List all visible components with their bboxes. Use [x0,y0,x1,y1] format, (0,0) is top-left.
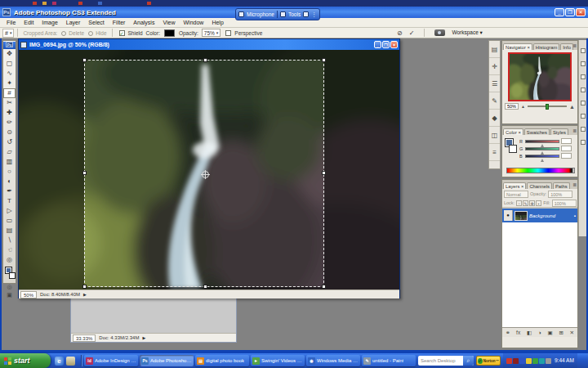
show-desktop-icon[interactable] [66,357,75,366]
tools-label[interactable]: Tools [288,11,301,17]
right-dock-icon-6[interactable] [581,114,586,119]
crop-handle-n[interactable] [203,58,207,62]
taskbar-button[interactable]: Id Adobe InDesign CS3 ... [84,355,138,366]
doc-zoom-field[interactable]: 50% [20,291,37,298]
right-dock-icon-4[interactable] [581,88,586,92]
shield-checkbox[interactable]: ✓ [119,30,125,36]
quick-mask-icon[interactable]: ◎ [3,283,16,291]
panel-tab[interactable]: Styles [550,128,568,135]
right-dock-icon-8[interactable] [581,140,586,145]
eraser-tool[interactable]: ▱ [3,147,16,157]
crop-handle-se[interactable] [322,285,326,289]
panel-tab[interactable]: Paths [553,182,570,189]
commit-crop-icon[interactable]: ✓ [409,29,415,37]
crop-handle-ne[interactable] [322,58,326,62]
layers-opacity-field[interactable]: 100% [548,191,572,198]
path-selection-tool[interactable]: ▷ [3,206,16,216]
navigator-zoom-field[interactable]: 50% [505,103,519,110]
history-brush-tool[interactable]: ↺ [3,137,16,147]
minimize-button[interactable]: _ [555,8,564,16]
tray-icon-1[interactable] [506,358,512,364]
new-layer-icon[interactable]: ⊞ [559,330,563,336]
tool-preset-picker[interactable]: # ▾ [2,29,14,38]
status-options-arrow-icon[interactable]: ▶ [142,335,145,340]
perspective-checkbox[interactable] [225,30,231,36]
panel-menu-icon[interactable]: ≣ [572,182,577,187]
doc2-zoom-field[interactable]: 33.33% [73,334,96,342]
panel-tab[interactable]: Navigator × [503,43,532,50]
hand-tool[interactable]: ☜ [3,245,16,255]
zoom-in-icon[interactable]: ▲ [569,104,575,110]
panel-dock-icon-5[interactable]: ◆ [489,110,500,127]
delete-layer-icon[interactable]: ✕ [570,330,574,336]
lasso-tool[interactable]: ∿ [3,69,16,79]
language-badge-icon[interactable] [303,11,309,17]
crop-handle-e[interactable] [322,171,326,175]
maximize-button[interactable]: ❐ [565,8,575,16]
gradient-tool[interactable]: ▥ [3,157,16,167]
panel-tab[interactable]: Color × [503,128,523,135]
pen-tool[interactable]: ✒ [3,186,16,196]
norton-badge[interactable]: ✓ Norton™ [476,356,501,366]
fill-field[interactable]: 100% [552,200,577,207]
microphone-label[interactable]: Microphone [247,11,274,17]
crop-handle-s[interactable] [203,285,207,289]
internet-explorer-icon[interactable]: e [55,357,64,366]
go-to-bridge-icon[interactable] [434,29,445,36]
panel-dock-icon-7[interactable]: ≡ [489,144,500,161]
hide-radio[interactable] [88,31,93,36]
color-spectrum-ramp[interactable] [506,168,575,173]
right-dock-icon-1[interactable] [581,48,586,53]
lock-position-icon[interactable]: ✥ [529,200,535,206]
shield-color-swatch[interactable] [164,29,175,37]
panel-dock-icon-3[interactable]: ☰ [489,75,500,92]
taskbar-button[interactable]: ► Swingin' Videos - Win... [251,355,305,366]
status-options-arrow-icon[interactable]: ▶ [83,292,87,297]
channel-value-field[interactable] [561,138,572,144]
adjustment-layer-icon[interactable]: ◑ [538,330,541,335]
chevron-down-icon[interactable]: ▾ [216,30,219,35]
panel-tab[interactable]: Channels [527,182,552,189]
blend-mode-select[interactable]: Normal [504,191,528,198]
menu-item[interactable]: File [2,18,20,27]
desktop-search-input[interactable]: Search Desktop ⌕ [418,356,474,366]
panel-tab[interactable]: Info [560,43,573,50]
eyedropper-tool[interactable]: ∖ [3,236,16,245]
shape-tool[interactable]: ▭ [3,216,16,226]
notes-tool[interactable]: ▤ [3,226,16,236]
channel-slider[interactable] [525,155,559,158]
right-dock-icon-7[interactable] [581,127,586,132]
lock-all-icon[interactable]: ▪ [536,200,541,206]
hide-radio-label[interactable]: Hide [96,30,106,36]
menu-item[interactable]: View [158,18,179,27]
navigator-zoom-slider[interactable] [528,105,567,107]
zoom-slider-thumb[interactable] [546,104,549,110]
document-window[interactable]: IMG_0694.jpg @ 50% (RGB/8) _ ❐ ✕ [18,38,400,298]
rectangular-marquee-tool[interactable]: ▢ [3,59,16,69]
document-window-background[interactable]: 33.33% Doc: 4.33M/2.34M ▶ [70,297,237,343]
slider-thumb-icon[interactable] [541,159,544,162]
menu-item[interactable]: Edit [20,18,38,27]
menu-item[interactable]: Analysis [129,18,158,27]
brush-tool[interactable]: ✏ [3,118,16,128]
type-tool[interactable]: T [3,196,16,206]
right-dock-icon-2[interactable] [581,61,586,66]
menu-item[interactable]: Window [179,18,207,27]
workspace-button[interactable]: Workspace ▾ [452,29,482,36]
crop-handle-nw[interactable] [82,58,87,62]
panel-tab[interactable]: Layers × [503,182,526,189]
panel-dock-icon-4[interactable]: ✎ [489,92,500,110]
dodge-tool[interactable]: ◐ [3,177,16,186]
channel-slider[interactable] [525,140,559,143]
opacity-field[interactable]: 75% ▾ [202,29,221,37]
zoom-tool[interactable]: ◎ [3,255,16,265]
channel-slider[interactable] [525,147,559,150]
lock-pixels-icon[interactable]: ✎ [523,200,528,206]
close-button[interactable]: ✕ [576,8,586,16]
background-color-swatch[interactable] [509,145,517,153]
menu-item[interactable]: Select [84,18,108,27]
taskbar-button[interactable]: ◉ Windows Media Player [306,355,360,366]
layer-name[interactable]: Background [529,213,572,218]
delete-radio-label[interactable]: Delete [69,30,84,36]
tray-icon-4[interactable] [526,358,532,364]
